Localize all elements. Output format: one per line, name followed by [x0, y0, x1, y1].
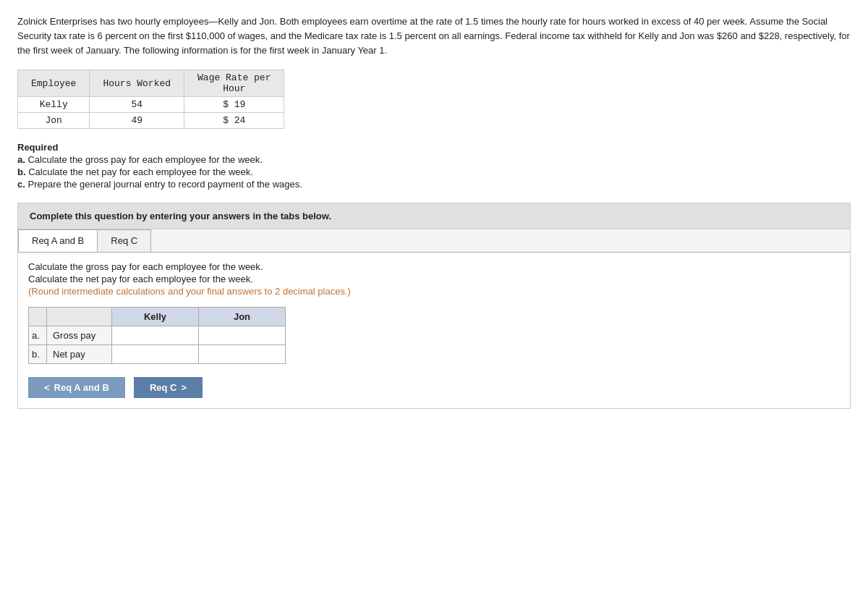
- instruction-line-1: Calculate the gross pay for each employe…: [28, 261, 840, 272]
- kelly-gross-pay-cell[interactable]: [112, 326, 199, 345]
- net-pay-index: b.: [29, 345, 47, 364]
- required-item-b: b. Calculate the net pay for each employ…: [17, 166, 851, 177]
- net-pay-label: Net pay: [47, 345, 112, 364]
- kelly-net-pay-input[interactable]: [116, 347, 195, 361]
- table-row: Kelly 54 $ 19: [18, 97, 284, 113]
- col-header-hours: Hours Worked: [90, 70, 184, 97]
- answer-table: Kelly Jon a. Gross pay: [28, 307, 286, 364]
- problem-text: Zolnick Enterprises has two hourly emplo…: [17, 14, 851, 58]
- answer-col-kelly: Kelly: [112, 308, 199, 326]
- required-section: Required a. Calculate the gross pay for …: [17, 142, 851, 190]
- required-item-c: c. Prepare the general journal entry to …: [17, 179, 851, 190]
- prev-button[interactable]: < Req A and B: [28, 377, 125, 398]
- next-button-label: Req C: [150, 382, 177, 393]
- tabs-container: Req A and B Req C Calculate the gross pa…: [17, 229, 851, 409]
- gross-pay-index: a.: [29, 326, 47, 345]
- employee-jon: Jon: [18, 113, 90, 129]
- tabs-row: Req A and B Req C: [18, 229, 850, 253]
- tab-content-req-ab: Calculate the gross pay for each employe…: [18, 253, 850, 408]
- net-pay-row: b. Net pay: [29, 345, 286, 364]
- tab-req-c[interactable]: Req C: [97, 229, 151, 252]
- kelly-net-pay-cell[interactable]: [112, 345, 199, 364]
- kelly-wage: $ 19: [184, 97, 284, 113]
- employee-data-table: Employee Hours Worked Wage Rate perHour …: [17, 69, 284, 129]
- next-arrow-icon: >: [181, 382, 187, 393]
- jon-net-pay-input[interactable]: [203, 347, 282, 361]
- col-header-employee: Employee: [18, 70, 90, 97]
- col-header-wage: Wage Rate perHour: [184, 70, 284, 97]
- employee-kelly: Kelly: [18, 97, 90, 113]
- answer-col-blank1: [29, 308, 47, 326]
- gross-pay-row: a. Gross pay: [29, 326, 286, 345]
- prev-arrow-icon: <: [44, 382, 50, 393]
- required-item-a: a. Calculate the gross pay for each empl…: [17, 154, 851, 165]
- gross-pay-label: Gross pay: [47, 326, 112, 345]
- jon-hours: 49: [90, 113, 184, 129]
- complete-banner: Complete this question by entering your …: [17, 203, 851, 229]
- answer-col-jon: Jon: [199, 308, 286, 326]
- jon-wage: $ 24: [184, 113, 284, 129]
- next-button[interactable]: Req C >: [134, 377, 203, 398]
- complete-section: Complete this question by entering your …: [17, 203, 851, 409]
- kelly-gross-pay-input[interactable]: [116, 329, 195, 342]
- jon-net-pay-cell[interactable]: [199, 345, 286, 364]
- required-label: Required: [17, 142, 851, 153]
- answer-col-blank2: [47, 308, 112, 326]
- prev-button-label: Req A and B: [54, 382, 109, 393]
- jon-gross-pay-cell[interactable]: [199, 326, 286, 345]
- nav-buttons: < Req A and B Req C >: [28, 377, 840, 398]
- instruction-note: (Round intermediate calculations and you…: [28, 286, 840, 297]
- table-row: Jon 49 $ 24: [18, 113, 284, 129]
- data-table-wrapper: Employee Hours Worked Wage Rate perHour …: [17, 69, 851, 129]
- kelly-hours: 54: [90, 97, 184, 113]
- jon-gross-pay-input[interactable]: [203, 329, 282, 342]
- instruction-line-2: Calculate the net pay for each employee …: [28, 274, 840, 284]
- tab-req-ab[interactable]: Req A and B: [18, 229, 98, 252]
